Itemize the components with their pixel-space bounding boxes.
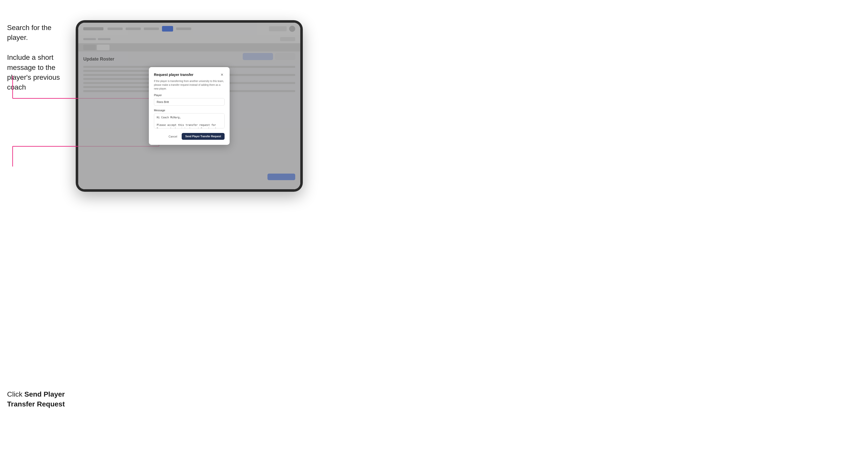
transfer-request-modal: Request player transfer ✕ If the player … [149, 67, 229, 145]
modal-footer: Cancel Send Player Transfer Request [154, 133, 224, 140]
tablet-screen: Update Roster Request player transfer ✕ [78, 23, 300, 189]
instruction-block: Search for the player. Include a short m… [7, 23, 73, 92]
cancel-button[interactable]: Cancel [166, 133, 180, 139]
modal-title: Request player transfer [154, 73, 193, 77]
instruction-search: Search for the player. [7, 23, 73, 42]
instruction-click-prefix: Click [7, 390, 24, 398]
message-textarea[interactable]: Hi Coach McHarg, Please accept this tran… [154, 113, 224, 128]
tablet-device: Update Roster Request player transfer ✕ [76, 20, 303, 192]
instruction-message: Include a short message to the player's … [7, 53, 73, 92]
player-label: Player [154, 94, 224, 97]
instruction-click: Click Send Player Transfer Request [7, 389, 73, 409]
send-transfer-request-button[interactable]: Send Player Transfer Request [182, 133, 224, 140]
modal-header: Request player transfer ✕ [154, 72, 224, 77]
modal-close-button[interactable]: ✕ [219, 72, 224, 77]
player-input[interactable] [154, 98, 224, 106]
message-label: Message [154, 109, 224, 112]
modal-description: If the player is transferring from anoth… [154, 79, 224, 91]
modal-overlay: Request player transfer ✕ If the player … [78, 23, 300, 189]
